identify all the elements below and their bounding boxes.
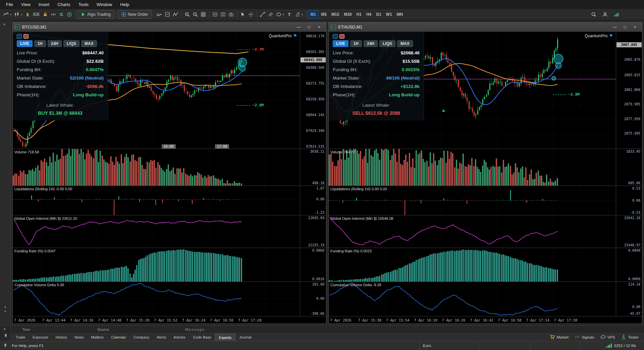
price-axis[interactable]: 68618.17068503.36568388.56068273.7556815…: [300, 32, 326, 149]
chart-candles-button[interactable]: ▾: [13, 10, 23, 19]
funding-chart-area[interactable]: Funding Rate (%) 0.0047: [13, 248, 300, 282]
cvd-canvas[interactable]: [329, 282, 616, 316]
algo-trading-button[interactable]: Algo Trading: [77, 10, 114, 19]
chart-type-button[interactable]: ▾: [2, 10, 13, 19]
panel-tab-max[interactable]: MAX: [397, 40, 413, 47]
menu-window[interactable]: Window: [93, 1, 116, 8]
timeframe-m15-button[interactable]: M15: [329, 10, 341, 18]
menu-charts[interactable]: Charts: [53, 1, 74, 8]
panel-flag-icon[interactable]: [23, 34, 29, 39]
chart-panes-button[interactable]: [163, 10, 171, 19]
panel-table-icon[interactable]: [17, 34, 22, 39]
minimize-button[interactable]: —: [610, 23, 620, 31]
volume-axis[interactable]: 1833.45685.06: [616, 149, 642, 186]
funding-chart-area[interactable]: Funding Rate (%) 0.0023: [329, 248, 616, 282]
panel-tab-24h[interactable]: 24H: [48, 40, 62, 47]
close-button[interactable]: ×: [630, 23, 640, 31]
toolbox-tab-code-base[interactable]: Code Base: [189, 334, 215, 341]
timeframe-m1-button[interactable]: M1: [308, 10, 319, 18]
time-axis[interactable]: 7 Apr 20267 Apr 15:387 Apr 15:547 Apr 16…: [329, 316, 642, 323]
toolbox-tab-company[interactable]: Company: [130, 334, 153, 341]
ide-button[interactable]: IDE: [32, 10, 41, 19]
community-button[interactable]: [49, 10, 57, 19]
panel-table-icon[interactable]: [333, 34, 338, 39]
volume-chart-area[interactable]: Volume 718.58: [13, 149, 300, 186]
funding-axis[interactable]: 0.00490.0009: [616, 248, 642, 282]
shapes-button[interactable]: ▾: [275, 10, 285, 19]
panel-tab-liqs[interactable]: LIQS: [63, 40, 79, 47]
panel-tab-1h[interactable]: 1H: [350, 40, 362, 47]
timeframe-h4-button[interactable]: H4: [364, 10, 374, 18]
open-interest-chart-area[interactable]: Global Open Interest (Mln $) 22611.20: [13, 215, 300, 248]
volume-canvas[interactable]: [329, 149, 616, 186]
menu-help[interactable]: Help: [116, 1, 133, 8]
panel-tab-1h[interactable]: 1H: [34, 40, 46, 47]
toolbox-tab-history[interactable]: History: [52, 334, 71, 341]
market-watch-button[interactable]: $: [23, 10, 32, 19]
cvd-canvas[interactable]: [13, 282, 300, 316]
menu-tools[interactable]: Tools: [74, 1, 93, 8]
market-button[interactable]: Market: [550, 334, 569, 340]
open-interest-chart-area[interactable]: Global Open Interest (Mln $) 15546.08: [329, 215, 616, 248]
strip-scroll-down-icon[interactable]: ▼: [0, 309, 10, 314]
toolbox-tab-calendar[interactable]: Calendar: [107, 334, 130, 341]
toolbox-tab-experts[interactable]: Experts: [215, 334, 235, 341]
zoom-in-button[interactable]: [183, 10, 191, 19]
account-button[interactable]: [601, 10, 609, 19]
minimize-button[interactable]: —: [294, 23, 304, 31]
zoom-out-button[interactable]: [191, 10, 199, 19]
menu-view[interactable]: View: [17, 1, 35, 8]
price-chart-area[interactable]: LIVE1H24HLIQSMAX Live Price:$2088.46Glob…: [329, 32, 616, 149]
tile-horizontal-button[interactable]: [211, 10, 219, 19]
toolbox-close-icon[interactable]: ×: [3, 327, 6, 332]
toolbox-pin-icon[interactable]: [3, 333, 8, 340]
price-axis[interactable]: 2085.8702083.8152081.8602079.9052077.950…: [616, 32, 642, 149]
cursor-button[interactable]: [239, 10, 247, 19]
signals-button[interactable]: Signals: [575, 334, 594, 340]
new-order-button[interactable]: New Order: [118, 10, 151, 19]
panel-tab-live[interactable]: LIVE: [17, 40, 33, 47]
funding-canvas[interactable]: [329, 248, 616, 282]
cvd-chart-area[interactable]: Cumulative Volume Delta 9.39: [13, 282, 300, 316]
toolbox-tab-mailbox[interactable]: Mailbox: [88, 334, 108, 341]
maximize-button[interactable]: □: [620, 23, 630, 31]
liquidations-chart-area[interactable]: Liquidations (Rolling 1H) 0.00 0.00: [329, 186, 616, 215]
toolbox-tab-exposure[interactable]: Exposure: [29, 334, 52, 341]
volume-axis[interactable]: 3038.11498.18: [300, 149, 326, 186]
grid-button[interactable]: [199, 10, 207, 19]
liquidations-axis[interactable]: 1.070.00-1.23: [300, 186, 326, 215]
close-button[interactable]: ×: [314, 23, 324, 31]
menu-insert[interactable]: Insert: [35, 1, 54, 8]
time-axis[interactable]: 7 Apr 20267 Apr 13:447 Apr 14:167 Apr 14…: [13, 316, 326, 323]
liquidations-axis[interactable]: 0.530.00-0.53: [616, 186, 642, 215]
snapshot-button[interactable]: [227, 10, 235, 19]
timeframe-h1-button[interactable]: H1: [354, 10, 364, 18]
toolbox-tab-journal[interactable]: Journal: [235, 334, 255, 341]
search-button[interactable]: [590, 10, 598, 19]
toolbox-tab-alerts[interactable]: Alerts: [153, 334, 170, 341]
panel-tab-live[interactable]: LIVE: [333, 40, 348, 47]
funding-canvas[interactable]: [13, 248, 300, 282]
timeframe-w1-button[interactable]: W1: [384, 10, 394, 18]
toolbox-tab-news[interactable]: News: [71, 334, 88, 341]
open-interest-axis[interactable]: 15642.1015448.97: [616, 215, 642, 248]
strip-scroll-up-icon[interactable]: ▲: [0, 305, 10, 309]
timeframe-m5-button[interactable]: M5: [319, 10, 329, 18]
objects-button[interactable]: ▾: [293, 10, 304, 19]
vps-button[interactable]: VPS: [600, 334, 615, 340]
channel-button[interactable]: [267, 10, 275, 19]
chart-shift-button[interactable]: [155, 10, 163, 19]
panel-tab-max[interactable]: MAX: [81, 40, 97, 47]
open-interest-axis[interactable]: 22695.6922255.19: [300, 215, 326, 248]
cvd-axis[interactable]: 291.600.00-300.66: [300, 282, 326, 316]
panel-tab-liqs[interactable]: LIQS: [379, 40, 395, 47]
cvd-chart-area[interactable]: Cumulative Volume Delta -9.28: [329, 282, 616, 316]
window-titlebar[interactable]: BTCUSD,M1 —□×: [13, 22, 326, 32]
add-chart-button[interactable]: [65, 10, 73, 19]
timeframe-d1-button[interactable]: D1: [374, 10, 383, 18]
panel-tab-24h[interactable]: 24H: [364, 40, 378, 47]
tester-button[interactable]: Tester: [621, 334, 639, 340]
stats-button[interactable]: [612, 10, 621, 19]
timeframe-m30-button[interactable]: M30: [341, 10, 354, 18]
panel-flag-icon[interactable]: [339, 34, 344, 39]
